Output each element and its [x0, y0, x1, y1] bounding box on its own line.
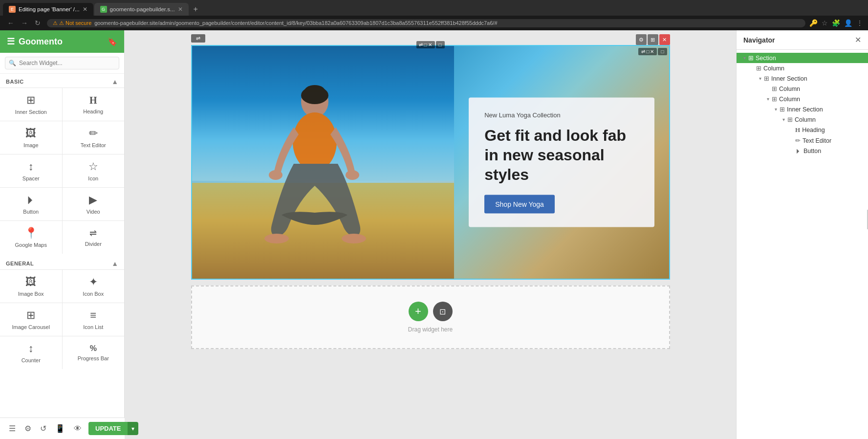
widget-icon-box[interactable]: ✦ Icon Box: [63, 270, 125, 303]
inner-section-handle-btn[interactable]: □: [658, 48, 667, 55]
column-handle[interactable]: ⇌□✕: [416, 41, 434, 48]
widget-icon-list[interactable]: ≡ Icon List: [63, 303, 125, 336]
banner-background: New Luma Yoga Collection Get fit and loo…: [192, 46, 669, 279]
tab2-favicon: G: [100, 6, 107, 13]
section-duplicate-btn[interactable]: ⊞: [648, 34, 658, 45]
profile-icon[interactable]: 👤: [844, 19, 852, 27]
widget-image[interactable]: 🖼 Image: [0, 121, 62, 154]
widget-google-maps[interactable]: 📍 Google Maps: [0, 221, 62, 254]
inner-section-actions[interactable]: ⇌□✕: [638, 48, 657, 55]
navigator-panel: Navigator ✕ ▾ ⊞ Section ⊞ Column ▾ ⊞ Inn…: [736, 30, 868, 439]
tree-item-text-editor[interactable]: ✏ Text Editor: [737, 135, 868, 146]
key-icon[interactable]: 🔑: [809, 19, 818, 27]
section-delete-btn[interactable]: ✕: [659, 34, 670, 45]
navigator-title: Navigator: [743, 36, 775, 44]
responsive-toolbar-btn[interactable]: 📱: [53, 422, 67, 435]
navigator-close-button[interactable]: ✕: [855, 35, 861, 44]
tree-column1-icon: ⊞: [756, 65, 761, 72]
tree-item-column1[interactable]: ⊞ Column: [737, 63, 868, 73]
widget-image-box[interactable]: 🖼 Image Box: [0, 270, 62, 303]
general-section-header: GENERAL ▲: [0, 256, 124, 269]
tree-item-heading[interactable]: H Heading: [737, 125, 868, 135]
hamburger-toolbar-btn[interactable]: ☰: [7, 422, 18, 435]
image-icon: 🖼: [25, 127, 36, 140]
tree-item-column2[interactable]: ⊞ Column: [737, 84, 868, 94]
inner-section-top-toolbar: ⇌□✕ □: [638, 48, 667, 55]
bookmark-icon[interactable]: 🔖: [108, 37, 117, 46]
section-handle[interactable]: ⇌: [191, 34, 205, 43]
tree-item-inner-section2[interactable]: ▾ ⊞ Inner Section: [737, 104, 868, 114]
browser-actions: 🔑 ☆ 🧩 👤 ⋮: [809, 19, 863, 27]
tab1-close[interactable]: ✕: [83, 6, 87, 13]
general-section-toggle[interactable]: ▲: [111, 260, 118, 267]
hamburger-icon[interactable]: ☰: [7, 36, 15, 47]
add-widget-button[interactable]: +: [409, 302, 428, 321]
canvas-area: ⇌ ⚙ ⊞ ✕ ⇌□✕ □ ⇌□✕ □: [125, 30, 736, 439]
text-editor-icon: ✏: [89, 127, 98, 140]
tree-button-icon: ⏵: [795, 147, 802, 154]
section-top-bar: ⇌: [191, 34, 205, 43]
widget-divider[interactable]: ⇌ Divider: [63, 221, 125, 254]
tree-inner2-icon: ⊞: [780, 106, 785, 113]
column-handle-2[interactable]: □: [436, 41, 445, 48]
tree-col2-icon: ⊞: [772, 85, 777, 92]
widget-inner-section[interactable]: ⊞ Inner Section: [0, 88, 62, 121]
extensions-icon[interactable]: 🧩: [832, 19, 840, 27]
widget-text-editor[interactable]: ✏ Text Editor: [63, 121, 125, 154]
widget-counter[interactable]: ↕ Counter: [0, 336, 62, 369]
browser-tab-2[interactable]: G goomento-pagebuilder.s... ✕: [94, 3, 189, 16]
google-maps-icon: 📍: [24, 227, 38, 240]
video-label: Video: [87, 209, 100, 215]
shop-new-yoga-button[interactable]: Shop New Yoga: [484, 195, 555, 214]
tree-inner2-label: Inner Section: [787, 106, 823, 113]
back-button[interactable]: ←: [5, 18, 17, 28]
logo-text: Goomento: [19, 37, 63, 47]
tree-section-label: Section: [756, 55, 776, 62]
tree-item-section[interactable]: ▾ ⊞ Section: [737, 53, 868, 63]
tree-item-column4[interactable]: ▾ ⊞ Column: [737, 114, 868, 125]
icon-label: Icon: [88, 176, 98, 181]
general-widget-grid: 🖼 Image Box ✦ Icon Box ⊞ Image Carousel …: [0, 269, 124, 369]
browser-tab-1[interactable]: E Editing page 'Banner' /... ✕: [3, 3, 93, 16]
widget-video[interactable]: ▶ Video: [63, 188, 125, 220]
basic-section-toggle[interactable]: ▲: [111, 78, 118, 86]
widget-heading[interactable]: H Heading: [63, 88, 125, 121]
tree-col3-label: Column: [779, 96, 800, 103]
widget-icon[interactable]: ☆ Icon: [63, 154, 125, 187]
tree-col4-label: Column: [795, 116, 816, 123]
yoga-figure-area: [192, 46, 455, 279]
new-tab-button[interactable]: +: [190, 3, 202, 16]
icon-widget-icon: ☆: [88, 160, 98, 173]
tree-item-button[interactable]: ⏵ Button: [737, 146, 868, 156]
widget-spacer[interactable]: ↕ Spacer: [0, 154, 62, 187]
tree-text-icon: ✏: [795, 137, 801, 144]
preview-toolbar-btn[interactable]: 👁: [72, 422, 84, 435]
widget-button[interactable]: ⏵ Button: [0, 188, 62, 220]
svg-point-8: [342, 234, 366, 243]
update-button[interactable]: UPDATE: [88, 422, 125, 435]
tab2-close[interactable]: ✕: [178, 6, 183, 13]
bookmark-icon[interactable]: ☆: [822, 19, 828, 27]
tree-column1-label: Column: [763, 65, 784, 72]
add-template-button[interactable]: ⊡: [433, 302, 453, 321]
basic-widget-grid: ⊞ Inner Section H Heading 🖼 Image ✏ Text…: [0, 88, 124, 254]
warning-icon: ⚠: [53, 20, 58, 26]
tree-arrow-inner2: ▾: [772, 107, 780, 112]
tree-item-inner-section[interactable]: ▾ ⊞ Inner Section: [737, 73, 868, 84]
tree-item-column3[interactable]: ▾ ⊞ Column: [737, 94, 868, 104]
menu-icon[interactable]: ⋮: [856, 19, 863, 27]
history-toolbar-btn[interactable]: ↺: [38, 422, 48, 435]
image-box-label: Image Box: [18, 291, 44, 297]
collection-label: New Luma Yoga Collection: [484, 111, 639, 119]
url-bar[interactable]: ⚠ ⚠ Not secure goomento-pagebuilder.site…: [47, 19, 805, 27]
tree-arrow-col3: ▾: [764, 96, 772, 102]
settings-toolbar-btn[interactable]: ⚙: [22, 422, 33, 435]
widget-image-carousel[interactable]: ⊞ Image Carousel: [0, 303, 62, 336]
nav-buttons: ← → ↻: [5, 18, 43, 28]
search-input[interactable]: [5, 57, 119, 69]
widget-progress-bar[interactable]: % Progress Bar: [63, 336, 125, 369]
section-settings-btn[interactable]: ⚙: [636, 34, 647, 45]
tree-arrow-section: ▾: [740, 55, 748, 61]
reload-button[interactable]: ↻: [32, 18, 43, 28]
forward-button[interactable]: →: [19, 18, 30, 28]
